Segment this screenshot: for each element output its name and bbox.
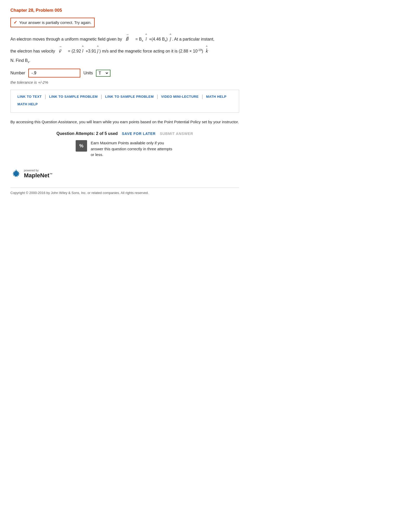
problem-statement-line2: the electron has velocity v⃗ = (2.92 î +… xyxy=(10,47,239,56)
copyright: Copyright © 2000-2016 by John Wiley & So… xyxy=(10,187,239,195)
bx-sub2: x xyxy=(165,39,166,42)
units-label: Units xyxy=(83,71,93,75)
k-hat: k̂ xyxy=(205,47,208,56)
j-hat2: ĵ xyxy=(97,47,98,56)
maple-text-col: powered by MapleNet™ xyxy=(24,169,53,179)
divider-2: | xyxy=(101,94,102,99)
bx-sub1: x xyxy=(142,39,143,42)
b-field-arrow: B⃗ xyxy=(126,35,128,44)
problem-statement-line1: An electron moves through a uniform magn… xyxy=(10,35,239,44)
submit-answer-btn[interactable]: SUBMIT ANSWER xyxy=(160,132,193,136)
video-mini-btn[interactable]: VIDEO MINI-LECTURE xyxy=(159,94,201,100)
divider-3: | xyxy=(157,94,158,99)
maple-leaf-icon xyxy=(10,168,22,180)
maplenet-section: powered by MapleNet™ xyxy=(10,168,239,180)
divider-4: | xyxy=(202,94,203,99)
links-box: LINK TO TEXT | LINK TO SAMPLE PROBLEM | … xyxy=(10,90,239,113)
i-hat: î xyxy=(146,35,147,44)
links-row-1: LINK TO TEXT | LINK TO SAMPLE PROBLEM | … xyxy=(15,94,235,100)
partial-correct-box: ✓ Your answer is partially correct. Try … xyxy=(10,18,95,27)
earn-points-row: % Earn Maximum Points available only if … xyxy=(10,140,239,158)
link-sample1-btn[interactable]: LINK TO SAMPLE PROBLEM xyxy=(47,94,100,100)
chapter-title: Chapter 28, Problem 005 xyxy=(10,8,239,13)
number-label: Number xyxy=(10,71,25,75)
link-to-text-btn[interactable]: LINK TO TEXT xyxy=(15,94,44,100)
units-select-wrapper[interactable]: T mT μT xyxy=(96,70,110,77)
divider-1: | xyxy=(45,94,46,99)
tolerance-text: the tolerance is +/-2% xyxy=(10,80,239,85)
problem-line1-pre: An electron moves through a uniform magn… xyxy=(10,37,122,41)
input-row: Number Units T mT μT xyxy=(10,69,239,77)
earn-points-text: Earn Maximum Points available only if yo… xyxy=(91,140,174,158)
attempts-label: Question Attempts: 2 of 5 used xyxy=(56,131,118,136)
partial-correct-msg: Your answer is partially correct. Try ag… xyxy=(19,20,92,25)
powered-by-text: powered by xyxy=(24,169,53,172)
math-help2-btn[interactable]: MATH HELP xyxy=(15,101,40,107)
problem-line1-post: . At a particular instant, xyxy=(172,37,214,41)
v-arrow: v⃗ xyxy=(58,47,61,56)
find-line: N. Find Bx. xyxy=(10,58,239,63)
maple-logo: powered by MapleNet™ xyxy=(10,168,53,180)
info-text: By accessing this Question Assistance, y… xyxy=(10,119,239,125)
exp-sup: -19 xyxy=(198,48,202,51)
units-select[interactable]: T mT μT xyxy=(97,71,109,76)
maple-net-text: MapleNet™ xyxy=(24,172,53,179)
math-help1-btn[interactable]: MATH HELP xyxy=(204,94,229,100)
link-sample2-btn[interactable]: LINK TO SAMPLE PROBLEM xyxy=(102,94,156,100)
problem-line2-pre: the electron has velocity xyxy=(10,49,55,53)
i-hat2: î xyxy=(82,47,83,56)
percent-icon: % xyxy=(76,140,87,152)
question-attempts-row: Question Attempts: 2 of 5 used SAVE FOR … xyxy=(10,131,239,136)
partial-correct-icon: ✓ xyxy=(14,20,17,25)
j-hat1: ĵ xyxy=(170,35,171,44)
number-input[interactable] xyxy=(28,69,80,77)
bx-find-sub: x xyxy=(28,60,29,63)
save-for-later-btn[interactable]: SAVE FOR LATER xyxy=(122,132,156,136)
links-row-2: MATH HELP xyxy=(15,101,235,107)
